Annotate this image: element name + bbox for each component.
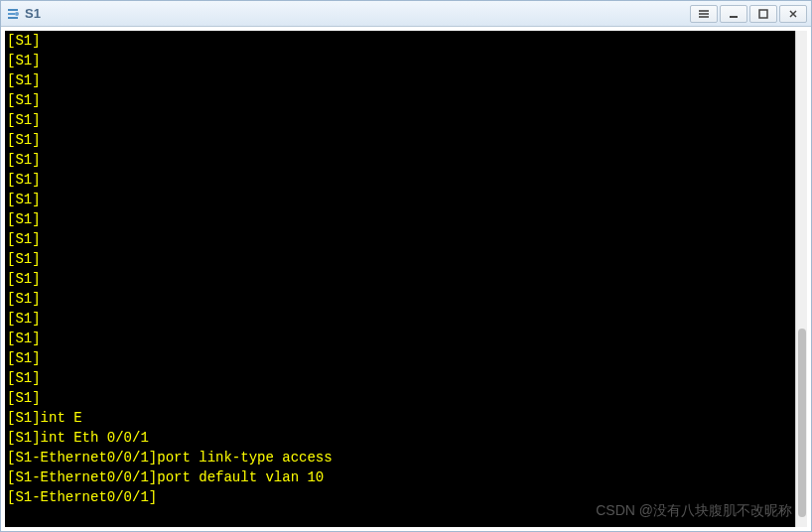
terminal-line: [S1] [7, 150, 793, 170]
window-controls [690, 5, 807, 23]
terminal-line: [S1]int Eth 0/0/1 [7, 428, 793, 448]
terminal-line: [S1] [7, 249, 793, 269]
terminal-line: [S1] [7, 90, 793, 110]
terminal-line: [S1] [7, 51, 793, 70]
app-icon [5, 6, 21, 22]
terminal-line: [S1] [7, 388, 793, 408]
window-title: S1 [25, 6, 690, 21]
terminal-line: [S1] [7, 110, 793, 130]
svg-rect-2 [699, 13, 709, 15]
svg-rect-1 [699, 10, 709, 12]
terminal-line: [S1] [7, 70, 793, 90]
titlebar[interactable]: S1 [1, 1, 811, 27]
terminal-line: [S1]int E [7, 408, 793, 428]
maximize-button[interactable] [749, 5, 777, 23]
svg-point-0 [15, 12, 19, 16]
terminal-line: [S1] [7, 289, 793, 309]
terminal-line: [S1-Ethernet0/0/1] [7, 487, 793, 507]
terminal-line: [S1] [7, 229, 793, 249]
terminal-line: [S1-Ethernet0/0/1]port default vlan 10 [7, 467, 793, 487]
terminal-line: [S1-Ethernet0/0/1]port link-type access [7, 448, 793, 467]
terminal-line: [S1] [7, 309, 793, 329]
svg-rect-3 [699, 16, 709, 18]
terminal-line: [S1] [7, 170, 793, 190]
scrollbar-thumb[interactable] [798, 329, 806, 517]
terminal-container: [S1][S1][S1][S1][S1][S1][S1][S1][S1][S1]… [1, 27, 811, 531]
svg-rect-5 [759, 10, 767, 18]
terminal-line: [S1] [7, 209, 793, 229]
terminal-line: [S1] [7, 31, 793, 51]
svg-rect-4 [730, 16, 738, 18]
terminal-line: [S1] [7, 130, 793, 150]
close-button[interactable] [779, 5, 807, 23]
terminal-line: [S1] [7, 190, 793, 209]
minimize-button[interactable] [720, 5, 747, 23]
scrollbar[interactable] [795, 31, 807, 527]
terminal-line: [S1] [7, 348, 793, 368]
terminal-window: S1 [S1][S1][S1][S1][S1][S1][S1][S1][S1][… [0, 0, 812, 532]
terminal-output[interactable]: [S1][S1][S1][S1][S1][S1][S1][S1][S1][S1]… [5, 31, 795, 527]
menu-button[interactable] [690, 5, 718, 23]
terminal-line: [S1] [7, 329, 793, 348]
terminal-line: [S1] [7, 368, 793, 388]
terminal-line: [S1] [7, 269, 793, 289]
